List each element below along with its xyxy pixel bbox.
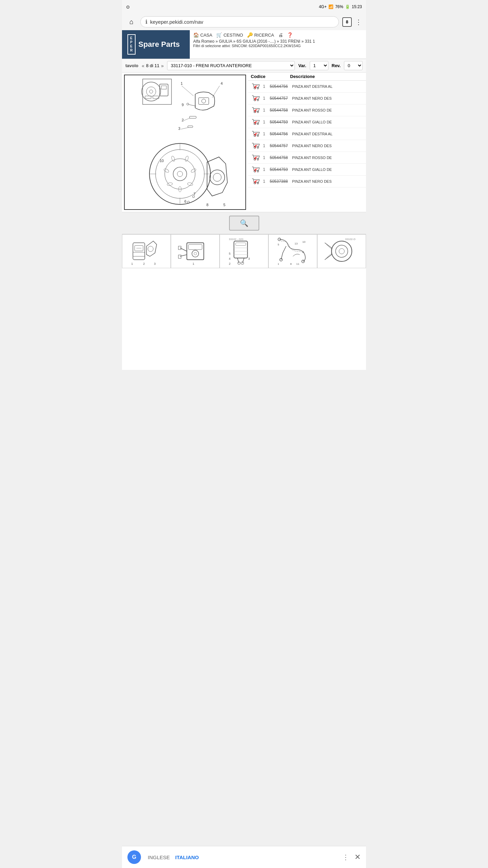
svg-point-56	[254, 111, 255, 113]
thumbnail-5[interactable]: 33102-D	[317, 234, 366, 268]
svg-text:7: 7	[194, 192, 196, 196]
svg-point-81	[257, 182, 259, 184]
svg-point-27	[173, 167, 187, 181]
svg-text:6: 6	[184, 199, 186, 203]
part-description: PINZA ANT NERO DES	[292, 144, 363, 148]
thumbnail-2[interactable]: 1	[171, 234, 220, 268]
search-button[interactable]: 🔍	[229, 216, 259, 231]
table-row[interactable]: 1 50544757 PINZA ANT NERO DES	[248, 93, 366, 104]
cart-nav-icon: 🛒	[216, 32, 222, 38]
nav-print[interactable]: 🖨	[278, 32, 283, 38]
table-row[interactable]: 1 50544759 PINZA ANT GIALLO DE	[248, 116, 366, 128]
nav-help[interactable]: ❓	[287, 32, 293, 38]
svg-text:33102-D: 33102-D	[345, 238, 355, 241]
part-qty: 1	[263, 132, 268, 136]
table-row[interactable]: 1 50544759 PINZA ANT GIALLO DE	[248, 164, 366, 176]
part-code: 50544759	[270, 167, 290, 172]
svg-point-15	[187, 103, 189, 105]
svg-point-28	[177, 171, 183, 177]
var-selector[interactable]: 1	[310, 61, 328, 70]
nav-casa[interactable]: 🏠 CASA	[193, 32, 212, 38]
add-to-cart-icon[interactable]	[251, 142, 261, 150]
svg-point-40	[210, 170, 225, 185]
url-text: keyeper.pekidi.com/nav	[150, 19, 203, 25]
svg-text:4: 4	[221, 81, 223, 85]
table-controls: tavolo « 8 di 11 » 33117-010 - FRENI RUO…	[122, 59, 366, 73]
svg-point-88	[148, 246, 153, 252]
nav-ricerca[interactable]: 🔑 RICERCA	[247, 32, 274, 38]
signal-icon: 📶	[328, 4, 333, 9]
next-page-btn[interactable]: »	[161, 63, 164, 68]
svg-rect-87	[133, 252, 145, 256]
home-button[interactable]: ⌂	[126, 17, 137, 27]
table-row[interactable]: 1 50544756 PINZA ANT DESTRA AL	[248, 81, 366, 93]
svg-text:4: 4	[229, 257, 230, 260]
part-code: 50544759	[270, 120, 290, 124]
svg-point-35	[190, 168, 197, 173]
prev-page-btn[interactable]: «	[142, 63, 144, 68]
svg-point-39	[163, 168, 169, 173]
thumbnail-3[interactable]: 33102 - 020 5 4 2 3	[220, 234, 268, 268]
svg-rect-103	[236, 243, 246, 245]
svg-text:3: 3	[178, 126, 180, 131]
part-code: 50544758	[270, 155, 290, 160]
part-description: PINZA ANT NERO DES	[292, 96, 363, 100]
svg-text:3: 3	[248, 257, 250, 260]
part-qty: 1	[263, 108, 268, 113]
table-row[interactable]: 1 50537388 PINZA ANT NERO DES	[248, 176, 366, 188]
status-bar: ⊙ 4G+ 📶 76% 🔋 15:23	[122, 0, 366, 14]
add-to-cart-icon[interactable]	[251, 154, 261, 162]
thumbnail-4[interactable]: 1 8 11 5 6 13 10	[268, 234, 317, 268]
filter-text: Filtri di selezione attivi: SINCOM: 620D…	[193, 44, 363, 48]
part-code: 50544756	[270, 84, 290, 89]
add-to-cart-icon[interactable]	[251, 82, 261, 91]
svg-text:5: 5	[223, 203, 225, 206]
tab-count[interactable]: 8	[342, 17, 352, 27]
print-icon: 🖨	[278, 32, 283, 38]
nav-area: 🏠 CASA 🛒 CESTINO 🔑 RICERCA 🖨 ❓ A	[190, 30, 366, 59]
svg-rect-22	[188, 126, 193, 127]
add-to-cart-icon[interactable]	[251, 165, 261, 174]
page-info: 8 di 11	[146, 63, 159, 68]
svg-point-48	[254, 87, 255, 89]
add-to-cart-icon[interactable]	[251, 106, 261, 114]
svg-point-125	[336, 245, 348, 257]
rev-selector[interactable]: 0	[344, 61, 363, 70]
svg-point-49	[257, 87, 259, 89]
table-row[interactable]: 1 50544756 PINZA ANT DESTRA AL	[248, 128, 366, 140]
page-navigation: « 8 di 11 »	[142, 63, 164, 68]
svg-rect-12	[199, 98, 209, 104]
svg-point-61	[257, 123, 259, 124]
svg-point-52	[254, 99, 255, 101]
thumbnail-1[interactable]: 1 3 2	[122, 234, 171, 268]
parts-diagram[interactable]: 1 4 9 2 3	[124, 75, 246, 210]
table-selector[interactable]: 33117-010 - FRENI RUOTA ANTERIORE	[167, 61, 295, 70]
table-row[interactable]: 1 50544757 PINZA ANT NERO DES	[248, 140, 366, 152]
breadcrumb: Alfa Romeo » GIULIA » 6S GIULIA (2016 -.…	[193, 39, 363, 44]
menu-dots[interactable]: ⋮	[355, 18, 362, 26]
add-to-cart-icon[interactable]	[251, 94, 261, 102]
nav-cestino[interactable]: 🛒 CESTINO	[216, 32, 243, 38]
part-code: 50544757	[270, 143, 290, 148]
svg-rect-98	[178, 246, 181, 250]
table-row[interactable]: 1 50544758 PINZA ANT ROSSO DE	[248, 152, 366, 164]
svg-point-60	[254, 123, 255, 124]
svg-point-68	[254, 147, 255, 148]
site-header: EPER Spare Parts 🏠 CASA 🛒 CESTINO 🔑 RICE…	[122, 30, 366, 59]
svg-text:11: 11	[296, 262, 299, 265]
add-to-cart-icon[interactable]	[251, 130, 261, 138]
svg-line-9	[182, 86, 194, 96]
add-to-cart-icon[interactable]	[251, 118, 261, 126]
add-to-cart-icon[interactable]	[251, 177, 261, 185]
table-row[interactable]: 1 50544758 PINZA ANT ROSSO DE	[248, 104, 366, 116]
rev-label: Rev.	[332, 63, 341, 68]
svg-point-57	[257, 111, 259, 113]
svg-point-26	[165, 159, 195, 189]
descrizione-header: Descrizione	[290, 74, 363, 79]
battery-icon: 🔋	[345, 4, 350, 9]
logo-area: EPER Spare Parts	[122, 30, 190, 59]
svg-point-77	[257, 171, 259, 172]
address-bar[interactable]: ℹ keyeper.pekidi.com/nav	[140, 16, 339, 27]
android-icon: ⊙	[126, 4, 130, 9]
part-code: 50544757	[270, 96, 290, 101]
